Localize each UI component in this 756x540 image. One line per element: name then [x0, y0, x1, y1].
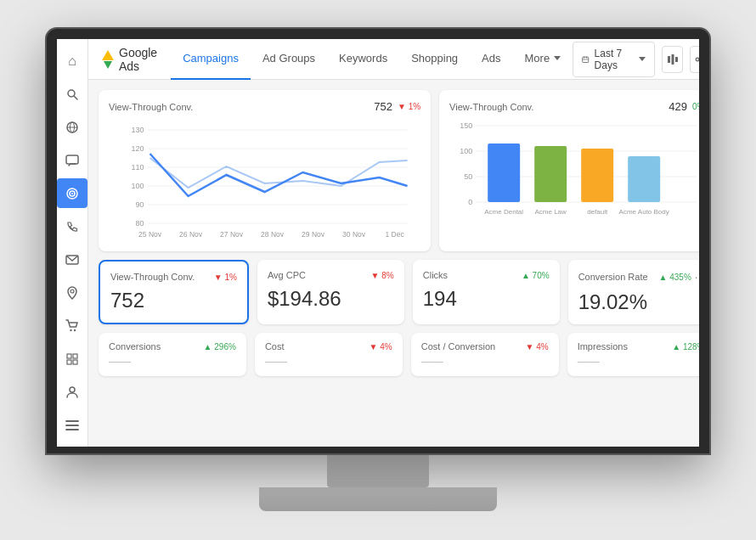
svg-rect-62 — [581, 149, 613, 202]
svg-text:28 Nov: 28 Nov — [261, 230, 285, 239]
metric-header-3: Conversion Rate ▲ 435% ··· — [578, 270, 705, 284]
sidebar-icon-location[interactable] — [57, 278, 87, 307]
bottom-metric-card-2[interactable]: Cost / Conversion ▼ 4% —— — [411, 333, 559, 376]
columns-button[interactable] — [662, 46, 683, 73]
sidebar-icon-phone[interactable] — [57, 211, 87, 241]
svg-text:150: 150 — [460, 121, 472, 130]
metric-label-0: View-Through Conv. — [110, 272, 195, 282]
svg-rect-26 — [671, 54, 674, 65]
tab-ads[interactable]: Ads — [470, 39, 512, 80]
bottom-metric-card-3[interactable]: Impressions ▲ 128% —— — [567, 333, 709, 376]
sidebar-icon-cart[interactable] — [57, 311, 87, 340]
bottom-metric-badge-3: ▲ 128% — [672, 342, 704, 352]
sidebar-icon-user[interactable] — [57, 377, 87, 407]
svg-text:Acme Law: Acme Law — [535, 208, 567, 216]
bar-chart-header: View-Through Conv. 429 0% — [449, 100, 704, 113]
svg-point-29 — [702, 61, 706, 65]
metric-more-3[interactable]: ··· — [695, 270, 705, 284]
svg-rect-25 — [668, 56, 670, 63]
bottom-metric-card-0[interactable]: Conversions ▲ 296% —— — [99, 333, 246, 376]
metric-value-3: 19.02% — [578, 290, 705, 314]
metric-header-1: Avg CPC ▼ 8% — [268, 270, 394, 280]
line-chart-header: View-Through Conv. 752 ▼ 1% — [109, 100, 420, 113]
metric-badge-2: ▲ 70% — [522, 271, 550, 280]
metric-value-1: $194.86 — [268, 287, 394, 311]
bar-chart-value: 429 — [669, 100, 687, 113]
sidebar-icon-search[interactable] — [57, 79, 87, 109]
bottom-metric-value-2: —— — [421, 355, 549, 368]
svg-text:50: 50 — [464, 172, 472, 181]
svg-point-17 — [70, 387, 75, 392]
bottom-metric-card-1[interactable]: Cost ▼ 4% —— — [255, 333, 403, 376]
tab-ad-groups[interactable]: Ad Groups — [251, 39, 327, 80]
line-chart-badge: ▼ 1% — [398, 102, 420, 111]
svg-text:100: 100 — [132, 182, 144, 190]
bottom-metric-header-0: Conversions ▲ 296% — [109, 341, 236, 352]
tab-campaigns[interactable]: Campaigns — [171, 39, 251, 80]
sidebar-icon-target[interactable] — [57, 178, 87, 208]
svg-point-8 — [71, 193, 73, 194]
ads-ui: ⌂ — [57, 39, 699, 447]
metric-card-3[interactable]: Conversion Rate ▲ 435% ··· 19.02% — [568, 260, 709, 324]
date-picker-chevron-icon — [639, 57, 646, 61]
sidebar-icon-grid[interactable] — [57, 344, 87, 374]
monitor-stand-base — [259, 487, 497, 511]
more-chevron-icon — [554, 56, 561, 60]
charts-row: View-Through Conv. 752 ▼ 1% 130 120 — [99, 90, 709, 251]
bottom-metric-label-0: Conversions — [109, 341, 161, 352]
svg-text:110: 110 — [132, 163, 144, 172]
svg-text:30 Nov: 30 Nov — [342, 230, 366, 239]
share-button[interactable] — [690, 46, 709, 73]
metric-value-2: 194 — [423, 287, 550, 311]
nav-right: Last 7 Days — [573, 42, 709, 77]
svg-point-28 — [702, 53, 706, 57]
columns-icon — [667, 53, 679, 65]
svg-text:Acme Dental: Acme Dental — [484, 208, 523, 216]
bottom-metric-label-2: Cost / Conversion — [421, 341, 495, 352]
sidebar-icon-chat[interactable] — [57, 145, 87, 175]
svg-rect-15 — [67, 360, 71, 364]
svg-point-12 — [74, 329, 76, 330]
monitor-stand-top — [327, 453, 429, 487]
bar-chart-svg: 150 100 50 0 — [449, 120, 704, 239]
bar-chart-badge: 0% — [692, 102, 704, 111]
monitor-wrapper: ⌂ — [47, 29, 709, 511]
svg-rect-27 — [675, 57, 678, 62]
line-chart-card: View-Through Conv. 752 ▼ 1% 130 120 — [99, 90, 431, 251]
metric-label-2: Clicks — [423, 270, 448, 280]
date-picker-button[interactable]: Last 7 Days — [573, 42, 655, 77]
metric-card-1[interactable]: Avg CPC ▼ 8% $194.86 — [257, 260, 404, 324]
svg-rect-16 — [73, 360, 77, 364]
svg-text:Acme Auto Body: Acme Auto Body — [619, 208, 669, 216]
bottom-metric-badge-1: ▼ 4% — [370, 342, 392, 352]
svg-text:120: 120 — [132, 144, 144, 153]
sidebar-icon-home[interactable]: ⌂ — [57, 46, 87, 76]
svg-text:1 Dec: 1 Dec — [385, 230, 404, 239]
tab-keywords[interactable]: Keywords — [327, 39, 399, 80]
bottom-metric-label-1: Cost — [265, 341, 285, 352]
svg-line-1 — [75, 96, 78, 99]
sidebar-icon-mail[interactable] — [57, 245, 87, 274]
svg-text:100: 100 — [460, 147, 472, 155]
metric-card-0[interactable]: View-Through Conv. ▼ 1% 752 — [99, 260, 249, 324]
google-ads-logo-text: Google Ads — [119, 46, 157, 73]
sidebar: ⌂ — [57, 39, 88, 447]
google-ads-logo: Google Ads — [102, 46, 157, 73]
metric-label-3: Conversion Rate — [578, 272, 648, 282]
svg-text:26 Nov: 26 Nov — [179, 230, 203, 239]
svg-rect-14 — [73, 354, 77, 358]
share-icon — [695, 53, 707, 65]
metric-value-0: 752 — [110, 289, 237, 312]
bottom-metric-badge-2: ▼ 4% — [525, 342, 548, 352]
tab-shopping[interactable]: Shopping — [399, 39, 470, 80]
svg-line-32 — [699, 60, 703, 63]
line-chart-svg: 130 120 110 100 90 80 — [109, 120, 420, 239]
tab-more[interactable]: More — [513, 39, 573, 80]
bottom-metric-value-1: —— — [265, 355, 392, 368]
bar-chart-card: View-Through Conv. 429 0% 150 100 5 — [439, 90, 709, 251]
sidebar-icon-menu[interactable] — [57, 410, 87, 440]
metric-card-2[interactable]: Clicks ▲ 70% 194 — [413, 260, 560, 324]
bar-chart-title: View-Through Conv. — [449, 102, 533, 112]
sidebar-icon-globe[interactable] — [57, 112, 87, 142]
bottom-metric-header-2: Cost / Conversion ▼ 4% — [421, 341, 549, 352]
